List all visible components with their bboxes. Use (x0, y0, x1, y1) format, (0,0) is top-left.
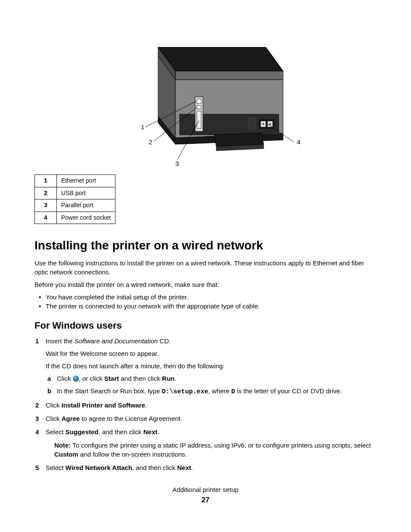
table-row: 2 USB port (35, 187, 115, 199)
page-heading: Installing the printer on a wired networ… (34, 237, 377, 254)
table-row: 4 Power cord socket (35, 212, 115, 224)
svg-point-26 (269, 123, 271, 125)
step-3: 3 Click Agree to agree to the License Ag… (46, 414, 377, 423)
callout-4: 4 (297, 138, 300, 146)
port-num: 2 (35, 187, 57, 199)
port-label: Parallel port (57, 199, 115, 212)
port-label: Ethernet port (57, 175, 115, 187)
svg-marker-0 (158, 47, 283, 71)
step-2: 2 Click Install Printer and Software. (46, 401, 377, 410)
svg-marker-8 (214, 133, 264, 146)
port-num: 3 (35, 199, 57, 212)
callout-2: 2 (149, 138, 152, 146)
footer-page-number: 27 (34, 495, 377, 505)
step-4: 4 Select Suggested, and then click Next.… (46, 427, 377, 459)
substep-a: a Click , or click Start and then click … (57, 374, 377, 383)
step-5: 5 Select Wired Network Attach, and then … (46, 463, 377, 472)
svg-rect-12 (197, 106, 201, 109)
step-4-note: Note: To configure the printer using a s… (54, 441, 377, 459)
before-intro: Before you install the printer on a wire… (34, 280, 377, 289)
svg-point-25 (262, 123, 264, 125)
svg-marker-1 (175, 71, 283, 80)
printer-svg: 1 2 3 4 (102, 26, 309, 168)
list-item: You have completed the initial setup of … (46, 292, 377, 302)
intro-paragraph: Use the following instructions to instal… (34, 258, 377, 277)
table-row: 3 Parallel port (35, 199, 115, 212)
step-text: Insert the Software and Documentation CD… (46, 337, 171, 345)
windows-subheading: For Windows users (34, 319, 377, 333)
callout-1: 1 (141, 123, 144, 131)
port-num: 1 (35, 175, 57, 187)
port-label: Power cord socket (57, 212, 115, 224)
port-num: 4 (35, 212, 57, 224)
prereq-list: You have completed the initial setup of … (34, 292, 377, 311)
page-footer: Additional printer setup 27 (34, 485, 377, 505)
step-1: 1 Insert the Software and Documentation … (46, 336, 377, 396)
windows-start-icon (73, 376, 79, 382)
footer-section: Additional printer setup (34, 485, 377, 494)
svg-rect-11 (197, 99, 201, 103)
step-ifnot: If the CD does not launch after a minute… (46, 361, 377, 370)
port-label: USB port (57, 187, 115, 199)
list-item: The printer is connected to your network… (46, 302, 377, 311)
windows-steps: 1 Insert the Software and Documentation … (34, 336, 377, 472)
substep-b: b In the Start Search or Run box, type D… (57, 386, 377, 396)
callout-3: 3 (175, 160, 179, 167)
printer-diagram: 1 2 3 4 (34, 26, 377, 170)
port-callout-table: 1 Ethernet port 2 USB port 3 Parallel po… (34, 174, 115, 224)
substeps: a Click , or click Start and then click … (46, 374, 377, 396)
table-row: 1 Ethernet port (35, 175, 115, 187)
step-wait: Wait for the Welcome screen to appear. (46, 349, 377, 358)
